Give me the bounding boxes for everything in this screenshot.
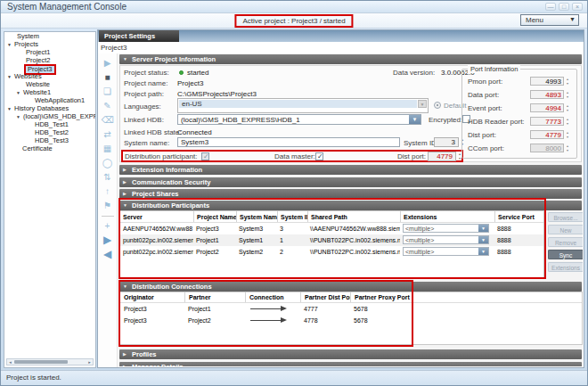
section-header-profiles[interactable]: ▶ Profiles bbox=[119, 349, 582, 359]
minimize-button[interactable]: — bbox=[545, 3, 556, 11]
column-header[interactable]: Server bbox=[120, 211, 193, 222]
system-name-input[interactable]: System3 bbox=[177, 137, 400, 147]
extensions-dropdown[interactable]: <multiple>▼ bbox=[403, 235, 489, 244]
section-header-distribution-connections[interactable]: ▼ Distribution Connections bbox=[119, 282, 582, 292]
tree-item-projects[interactable]: ▼Projects bbox=[4, 40, 95, 48]
tree-item-webapplication1[interactable]: WebApplication1 bbox=[4, 96, 95, 104]
column-header[interactable]: System ID bbox=[277, 211, 307, 222]
expand-arrow-icon[interactable]: ▼ bbox=[16, 113, 23, 121]
edit-project-button[interactable]: ✎ bbox=[101, 100, 115, 111]
spinner-icon[interactable] bbox=[565, 144, 570, 152]
scrollbar-thumb[interactable] bbox=[14, 360, 68, 364]
linked-hdb-combobox[interactable]: (local)\GMS_HDB_EXPRESS\HDB_1 ▼ bbox=[177, 114, 421, 125]
dist-port-info-field[interactable]: 4779 bbox=[530, 130, 564, 139]
section-header-distribution-participants[interactable]: ▼ Distribution Participants bbox=[119, 201, 582, 210]
tree-item-project2[interactable]: Project2 bbox=[4, 56, 95, 64]
pmon-port-field[interactable]: 4993 bbox=[530, 77, 564, 86]
expand-arrow-icon[interactable]: ▼ bbox=[7, 73, 14, 81]
section-header-server-project-info[interactable]: ▼ Server Project Information bbox=[119, 54, 582, 64]
chevron-down-icon[interactable]: ▼ bbox=[478, 236, 488, 243]
tree-item-project1[interactable]: Project1 bbox=[4, 48, 95, 56]
tree-item-local-hdb[interactable]: ▼(local)\GMS_HDB_EXPRES bbox=[4, 112, 95, 120]
restore-button[interactable]: ◯ bbox=[101, 157, 115, 168]
spinner-icon[interactable] bbox=[565, 130, 570, 139]
participant-row[interactable]: punbt022pc.in002.siemens.netProject1Syst… bbox=[120, 234, 543, 246]
extensions-button[interactable]: Extensions bbox=[548, 262, 583, 272]
previous-button[interactable]: ◀ bbox=[101, 249, 115, 260]
language-item[interactable]: en-US bbox=[179, 100, 417, 108]
extensions-dropdown[interactable]: <multiple>▼ bbox=[403, 247, 489, 256]
tab-project-settings[interactable]: Project Settings bbox=[99, 30, 179, 42]
maximize-button[interactable]: □ bbox=[559, 3, 569, 11]
section-header-manager-details[interactable]: ▶ Manager Details bbox=[119, 362, 582, 366]
section-header-communication-security[interactable]: ▶ Communication Security bbox=[119, 177, 582, 187]
expand-arrow-icon[interactable]: ▼ bbox=[7, 105, 14, 113]
browse-button[interactable]: Browse... bbox=[548, 212, 583, 222]
notifications-button[interactable]: ⚑ bbox=[101, 200, 115, 211]
tree-item-website[interactable]: Website bbox=[4, 80, 95, 88]
scroll-left-icon[interactable]: ◂ bbox=[7, 359, 13, 365]
extensions-dropdown[interactable]: <multiple>▼ bbox=[403, 224, 489, 233]
column-header[interactable]: Partner bbox=[184, 292, 245, 302]
menu-dropdown[interactable]: Menu ▼ bbox=[520, 14, 579, 26]
tree-horizontal-scrollbar[interactable]: ◂ ▸ bbox=[6, 358, 94, 365]
sync-button[interactable]: Sync bbox=[548, 250, 583, 259]
distribution-participant-checkbox[interactable] bbox=[201, 152, 209, 160]
new-button[interactable]: New bbox=[548, 225, 583, 234]
hdb-reader-port-field[interactable]: 7773 bbox=[530, 117, 564, 126]
start-project-button[interactable]: ▶ bbox=[101, 57, 115, 69]
section-header-project-shares[interactable]: ▶ Project Shares bbox=[119, 189, 582, 199]
system-id-field[interactable]: 3 bbox=[434, 137, 459, 147]
chevron-down-icon[interactable]: ▼ bbox=[409, 115, 421, 124]
chevron-down-icon[interactable]: ▼ bbox=[478, 225, 488, 232]
remove-button[interactable]: Remove bbox=[548, 237, 583, 247]
languages-listbox[interactable]: en-US ▼ bbox=[177, 98, 429, 113]
tree-item-hdb-test2[interactable]: HDB_Test2 bbox=[4, 128, 95, 136]
column-header[interactable]: Partner Proxy Port bbox=[350, 292, 412, 302]
column-header[interactable]: Service Port bbox=[494, 211, 538, 222]
column-header[interactable]: Extensions bbox=[400, 211, 494, 222]
column-header[interactable]: Connection bbox=[245, 292, 300, 302]
participant-row[interactable]: punbt022pc.in002.siemens.netProject2Syst… bbox=[120, 246, 543, 258]
chevron-down-icon[interactable]: ▼ bbox=[418, 100, 427, 108]
data-port-field[interactable]: 4893 bbox=[530, 90, 564, 99]
tree-item-website1[interactable]: ▼Website1 bbox=[4, 88, 95, 96]
erase-project-button[interactable]: ⌫ bbox=[101, 114, 115, 126]
spinner-icon[interactable] bbox=[565, 90, 570, 99]
upgrade-button[interactable]: ⇅ bbox=[101, 171, 115, 183]
tree-item-project3-selected[interactable]: Project3 bbox=[4, 64, 95, 72]
scroll-right-icon[interactable]: ▸ bbox=[86, 359, 93, 365]
close-button[interactable]: × bbox=[572, 3, 583, 11]
ccom-port-field[interactable]: 8000 bbox=[530, 144, 564, 152]
section-header-extension-information[interactable]: ▶ Extension Information bbox=[119, 165, 582, 175]
spinner-icon[interactable] bbox=[565, 77, 570, 86]
event-port-field[interactable]: 4994 bbox=[530, 103, 564, 112]
next-button[interactable]: ▶ bbox=[101, 234, 115, 246]
tree-item-certificate[interactable]: Certificate bbox=[4, 144, 95, 152]
spinner-icon[interactable] bbox=[565, 117, 570, 126]
spinner-icon[interactable] bbox=[565, 103, 570, 112]
expand-arrow-icon[interactable]: ▼ bbox=[16, 89, 23, 97]
tree-item-hdb-test1[interactable]: HDB_Test1 bbox=[4, 120, 95, 128]
column-header[interactable]: Shared Path bbox=[307, 211, 400, 222]
compare-button[interactable]: ⇄ bbox=[101, 128, 115, 140]
chevron-down-icon[interactable]: ▼ bbox=[478, 248, 488, 255]
expand-arrow-icon[interactable]: ▼ bbox=[7, 41, 14, 49]
column-header[interactable]: Originator bbox=[120, 292, 184, 302]
stop-project-button[interactable]: ■ bbox=[101, 71, 115, 83]
data-master-checkbox[interactable] bbox=[315, 152, 323, 160]
column-header[interactable]: Project Name bbox=[193, 211, 236, 222]
column-header[interactable]: Partner Dist Port bbox=[300, 292, 350, 302]
tree-item-system[interactable]: System bbox=[4, 32, 95, 40]
tree-item-history-databases[interactable]: ▼History Databases bbox=[4, 104, 95, 112]
default-language-radio[interactable] bbox=[434, 102, 441, 109]
column-header[interactable]: System Name bbox=[236, 211, 277, 222]
dist-port-field[interactable]: 4779 bbox=[428, 152, 456, 161]
connection-row[interactable]: Project3Project247785678 bbox=[120, 315, 582, 326]
participant-row[interactable]: AAENPU746562W.ww88Project3System33\\AAEN… bbox=[120, 223, 543, 234]
new-project-button[interactable]: ❏ bbox=[101, 86, 115, 97]
save-button[interactable]: ▦ bbox=[101, 143, 115, 154]
add-button[interactable]: + bbox=[101, 220, 115, 232]
upload-button[interactable]: ↑ bbox=[101, 185, 115, 197]
connection-row[interactable]: Project3Project147775678 bbox=[120, 303, 582, 315]
